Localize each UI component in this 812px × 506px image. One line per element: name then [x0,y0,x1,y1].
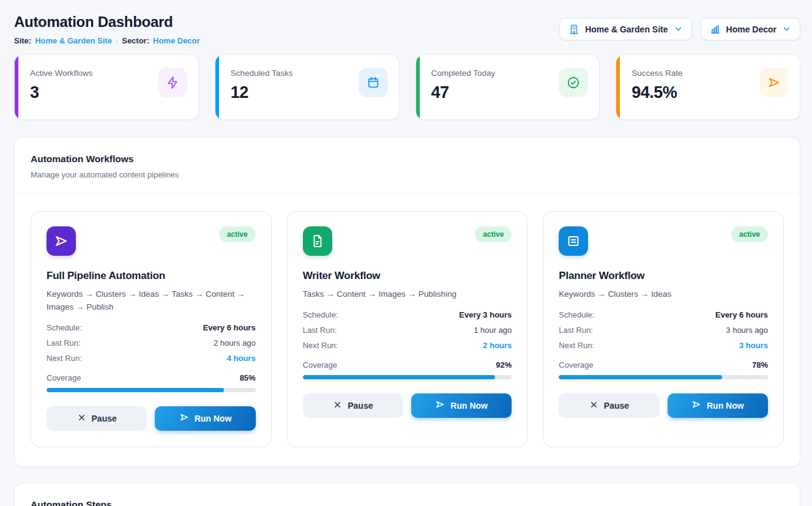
stat-accent-bar [15,55,18,119]
workflow-card-top: active [303,226,512,256]
section-subtitle: Manage your automated content pipelines [31,170,784,179]
site-dropdown[interactable]: Home & Garden Site [559,18,691,40]
workflows-section-header: Automation Workflows Manage your automat… [15,138,800,194]
close-icon [589,400,598,411]
coverage-value: 78% [752,360,768,370]
workflow-card-writer: active Writer Workflow Tasks → Content →… [287,211,528,447]
pause-button[interactable]: Pause [47,406,147,431]
chevron-down-icon [782,24,791,34]
coverage-progress-fill [559,375,721,379]
coverage-label: Coverage [303,360,337,370]
pause-button-label: Pause [92,414,117,423]
chevron-down-icon [674,24,683,34]
next-run-label: Next Run: [303,341,338,350]
stat-card-scheduled-tasks: Scheduled Tasks 12 [215,54,400,120]
workflows-section-body: active Full Pipeline Automation Keywords… [15,194,800,466]
run-now-button[interactable]: Run Now [411,393,512,418]
schedule-value: Every 6 hours [715,310,768,319]
next-run-value: 2 hours [483,341,512,350]
stat-card-success-rate: Success Rate 94.5% [616,54,800,120]
last-run-value: 3 hours ago [726,326,768,335]
workflow-title: Full Pipeline Automation [47,270,256,282]
schedule-label: Schedule: [559,310,594,319]
send-icon [179,412,189,424]
workflow-meta: Schedule:Every 6 hours Last Run:2 hours … [47,323,256,363]
stat-accent-bar [616,55,620,119]
coverage-value: 85% [240,373,256,382]
schedule-value: Every 3 hours [459,310,512,319]
stat-accent-bar [416,55,420,119]
section-title: Automation Steps [31,499,784,506]
send-icon [435,400,445,411]
list-icon [559,226,588,256]
workflows-section: Automation Workflows Manage your automat… [14,137,800,467]
coverage-progress-fill [47,388,224,392]
section-title: Automation Workflows [31,154,784,165]
last-run-label: Last Run: [559,326,593,335]
check-circle-icon [559,68,588,97]
coverage-block: Coverage85% [47,373,256,392]
workflow-card-top: active [559,226,768,256]
run-now-button[interactable]: Run Now [668,393,768,418]
schedule-label: Schedule: [47,323,82,332]
workflow-actions: Pause Run Now [303,393,512,418]
pause-button[interactable]: Pause [559,393,659,418]
coverage-progress-bar [559,375,768,379]
send-icon [759,68,789,97]
sector-label: Sector: [122,36,149,45]
next-run-value: 3 hours [739,341,768,350]
next-run-label: Next Run: [47,354,82,363]
workflow-meta: Schedule:Every 3 hours Last Run:1 hour a… [303,310,512,350]
workflow-actions: Pause Run Now [47,406,256,431]
workflow-actions: Pause Run Now [559,393,768,418]
run-now-button[interactable]: Run Now [155,406,255,431]
page-header: Automation Dashboard Site: Home & Garden… [14,13,800,45]
coverage-block: Coverage78% [559,360,768,379]
stat-card-active-workflows: Active Workflows 3 [14,54,199,120]
coverage-value: 92% [496,360,512,370]
site-dropdown-label: Home & Garden Site [585,24,668,34]
close-icon [77,413,86,424]
steps-section: Automation Steps Configure which steps a… [14,483,800,506]
schedule-label: Schedule: [303,310,338,319]
workflow-grid: active Full Pipeline Automation Keywords… [31,211,784,447]
workflow-meta: Schedule:Every 6 hours Last Run:3 hours … [559,310,768,350]
pause-button[interactable]: Pause [303,393,403,418]
coverage-progress-bar [47,388,256,392]
calendar-icon [359,68,388,97]
coverage-progress-fill [303,375,495,379]
stat-card-completed-today: Completed Today 47 [415,54,600,120]
header-titles: Automation Dashboard Site: Home & Garden… [14,13,200,45]
pause-button-label: Pause [348,401,373,411]
site-link[interactable]: Home & Garden Site [35,36,112,45]
sector-dropdown-label: Home Decor [726,24,777,34]
bar-chart-icon [710,24,721,35]
stat-accent-bar [215,55,219,119]
page-title: Automation Dashboard [14,13,200,31]
coverage-label: Coverage [559,360,593,370]
run-now-button-label: Run Now [707,401,744,411]
last-run-value: 1 hour ago [474,326,512,335]
coverage-progress-bar [303,375,512,379]
close-icon [333,400,342,411]
send-icon [47,226,76,256]
run-now-button-label: Run Now [450,401,488,411]
breadcrumb: Site: Home & Garden Site · Sector: Home … [14,36,200,45]
schedule-value: Every 6 hours [203,323,256,332]
last-run-value: 2 hours ago [214,338,256,348]
sector-dropdown[interactable]: Home Decor [701,18,800,40]
workflow-pipeline: Keywords → Clusters → Ideas [559,288,768,301]
sector-link[interactable]: Home Decor [153,36,200,45]
workflow-card-planner: active Planner Workflow Keywords → Clust… [543,211,784,447]
breadcrumb-separator: · [116,36,118,45]
status-badge: active [219,226,256,242]
status-badge: active [731,226,768,242]
building-icon [568,24,579,35]
workflow-title: Planner Workflow [559,270,768,282]
next-run-label: Next Run: [559,341,594,350]
file-text-icon [303,226,332,256]
stats-row: Active Workflows 3 Scheduled Tasks 12 Co… [14,54,800,120]
header-dropdowns: Home & Garden Site Home Decor [559,18,800,40]
site-label: Site: [14,36,31,45]
coverage-block: Coverage92% [303,360,512,379]
